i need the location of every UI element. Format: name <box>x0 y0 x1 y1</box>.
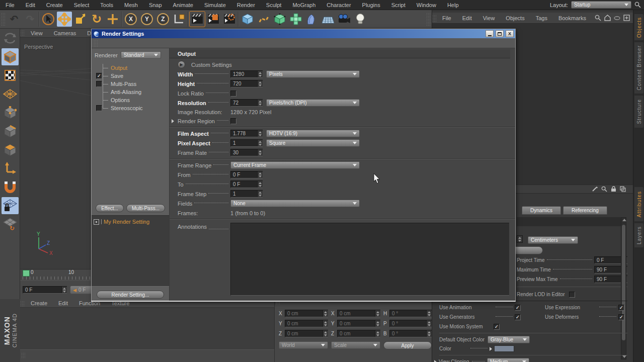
height-field[interactable]: 720 <box>230 80 263 87</box>
edges-mode-button[interactable] <box>2 123 19 140</box>
menu-animate[interactable]: Animate <box>168 2 199 8</box>
tree-item-multipass[interactable]: Multi-Pass <box>96 80 169 88</box>
position-y-field[interactable]: 0 cm <box>285 320 328 327</box>
expander-icon[interactable] <box>172 119 174 123</box>
tab-dynamics[interactable]: Dynamics <box>522 206 561 215</box>
pixel-aspect-field[interactable]: 1 <box>230 139 263 147</box>
multipass-button[interactable]: Multi-Pass... <box>126 204 165 212</box>
render-lod-checkbox[interactable] <box>569 292 575 298</box>
render-preset-list[interactable]: My Render Setting <box>92 215 169 287</box>
menu-snap[interactable]: Snap <box>143 2 168 8</box>
add-camera-button[interactable] <box>337 12 352 27</box>
viewport-menu-view[interactable]: View <box>26 30 48 36</box>
color-swatch[interactable] <box>494 345 514 352</box>
use-animation-checkbox[interactable]: ✓ <box>515 305 521 311</box>
width-unit-dropdown[interactable]: Pixels <box>266 70 360 78</box>
rotate-tool-button[interactable]: ↻ <box>89 12 104 27</box>
am-pencil-icon[interactable] <box>592 186 598 192</box>
model-mode-button[interactable] <box>2 48 19 65</box>
scale-tool-button[interactable] <box>73 12 88 27</box>
preset-item[interactable]: My Render Setting <box>94 219 167 225</box>
layout-dropdown[interactable]: Startup <box>571 1 631 9</box>
renderer-dropdown[interactable]: Standard <box>121 51 161 59</box>
am-lock-icon[interactable] <box>611 186 616 192</box>
workplane-lock-button[interactable] <box>2 197 19 214</box>
om-grip-handle[interactable] <box>432 15 437 22</box>
minimize-button[interactable] <box>486 30 494 37</box>
effect-button[interactable]: Effect... <box>96 204 124 212</box>
undo-button[interactable]: ↶ <box>7 12 22 27</box>
maximize-button[interactable] <box>496 30 504 37</box>
add-deformer-button[interactable] <box>304 12 319 27</box>
status-grip-handle[interactable] <box>21 352 26 358</box>
apply-button[interactable]: Apply <box>383 341 432 349</box>
snap-button[interactable] <box>2 178 19 196</box>
fields-dropdown[interactable]: None <box>230 200 360 207</box>
add-mograph-button[interactable] <box>288 12 303 27</box>
menu-file[interactable]: File <box>0 2 20 8</box>
annotations-textarea[interactable] <box>230 223 509 296</box>
add-primitive-button[interactable] <box>240 12 255 27</box>
add-spline-button[interactable] <box>256 12 271 27</box>
workplane-mode-button[interactable]: ↻ <box>2 216 19 233</box>
scale-mode-dropdown[interactable]: Scale <box>331 341 380 349</box>
spinner[interactable] <box>323 320 328 327</box>
texture-axis-mode-button[interactable] <box>2 85 19 103</box>
viewport-grip-handle[interactable] <box>20 30 25 36</box>
spinner[interactable] <box>257 71 263 77</box>
scale-y-field[interactable]: 0 cm <box>337 320 380 327</box>
render-view-button[interactable] <box>190 12 205 27</box>
spinner[interactable] <box>426 330 432 337</box>
spinner[interactable] <box>426 310 432 317</box>
menu-tools[interactable]: Tools <box>95 2 119 8</box>
om-menu-tags[interactable]: Tags <box>530 15 553 21</box>
om-eye-icon[interactable] <box>614 15 620 21</box>
x-axis-lock-button[interactable]: X <box>123 12 138 27</box>
covered-button[interactable] <box>513 246 543 254</box>
render-setting-button[interactable]: Render Setting... <box>97 291 164 299</box>
lock-ratio-checkbox[interactable] <box>230 90 236 97</box>
last-used-tool-button[interactable] <box>105 12 120 27</box>
viewport-menu-cameras[interactable]: Cameras <box>49 30 82 36</box>
menu-help[interactable]: Help <box>442 2 464 8</box>
resolution-unit-dropdown[interactable]: Pixels/Inch (DPI) <box>266 99 360 107</box>
om-menu-objects[interactable]: Objects <box>500 15 530 21</box>
dialog-grip-handle[interactable] <box>94 40 98 47</box>
add-light-button[interactable] <box>353 12 368 27</box>
render-region-checkbox[interactable] <box>230 118 236 124</box>
timeline-playhead[interactable] <box>23 270 30 277</box>
spinner[interactable] <box>426 320 432 327</box>
use-deformers-checkbox[interactable]: ✓ <box>618 314 624 320</box>
view-clipping-dropdown[interactable]: Medium <box>487 358 529 362</box>
menu-create[interactable]: Create <box>41 2 68 8</box>
use-generators-checkbox[interactable]: ✓ <box>515 314 521 320</box>
coords-mode-dropdown[interactable]: World <box>279 341 328 349</box>
expander-icon[interactable] <box>490 347 492 351</box>
menu-character[interactable]: Character <box>321 2 356 8</box>
tab-referencing[interactable]: Referencing <box>563 206 607 215</box>
live-selection-button[interactable] <box>41 12 56 27</box>
frame-step-field[interactable]: 1 <box>230 190 263 198</box>
material-menu-create[interactable]: Create <box>26 300 52 306</box>
pixel-aspect-preset-dropdown[interactable]: Square <box>266 139 360 147</box>
render-to-picture-viewer-button[interactable] <box>206 12 221 27</box>
width-field[interactable]: 1280 <box>230 70 263 78</box>
frame-spinner[interactable] <box>61 287 67 293</box>
om-add-icon[interactable] <box>623 15 630 21</box>
tree-item-output[interactable]: Output <box>96 64 169 72</box>
stereoscopic-checkbox[interactable] <box>96 105 102 111</box>
enable-axis-button[interactable] <box>2 160 19 177</box>
scale-x-field[interactable]: 0 cm <box>337 310 380 317</box>
spinner[interactable] <box>257 130 263 137</box>
units-dropdown[interactable]: Centimeters <box>528 236 578 244</box>
tree-item-stereoscopic[interactable]: Stereoscopic <box>96 104 169 112</box>
om-menu-bookmarks[interactable]: Bookmarks <box>553 15 592 21</box>
expander-icon[interactable] <box>434 360 437 362</box>
om-menu-file[interactable]: File <box>437 15 457 21</box>
material-menu-edit[interactable]: Edit <box>53 300 73 306</box>
search-icon[interactable] <box>634 2 641 8</box>
current-frame-field[interactable]: 0 F <box>23 286 67 294</box>
edit-render-settings-button[interactable] <box>222 12 237 27</box>
spinner[interactable] <box>257 140 263 146</box>
spinner[interactable] <box>257 149 263 156</box>
